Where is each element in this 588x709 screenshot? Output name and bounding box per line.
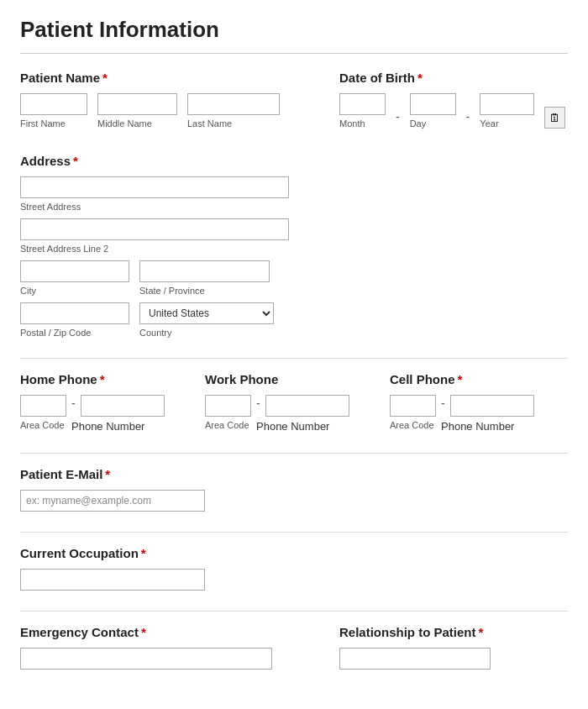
last-name-input[interactable] <box>187 93 280 115</box>
postal-input[interactable] <box>20 302 129 324</box>
dob-dash-2: - <box>466 110 470 129</box>
work-phone-dash: - <box>256 397 260 415</box>
year-input[interactable] <box>480 93 534 115</box>
relationship-input[interactable] <box>339 648 491 670</box>
home-area-label: Area Code <box>20 420 66 433</box>
cell-phone-dash: - <box>441 397 445 415</box>
first-name-label: First Name <box>20 118 87 129</box>
street-address2-label: Street Address Line 2 <box>20 244 568 254</box>
occupation-section-label: Current Occupation* <box>20 546 568 560</box>
calendar-button[interactable]: 🗓 <box>544 107 565 129</box>
last-name-label: Last Name <box>187 118 280 129</box>
email-input[interactable] <box>20 490 205 512</box>
email-section-label: Patient E-Mail* <box>20 467 568 481</box>
cell-number-input[interactable] <box>450 395 534 417</box>
state-label: State / Province <box>139 286 270 296</box>
country-select[interactable]: United States Canada Mexico Other <box>139 302 274 324</box>
month-input[interactable] <box>339 93 386 115</box>
city-label: City <box>20 286 129 296</box>
month-label: Month <box>339 118 386 129</box>
address-label: Address* <box>20 154 568 168</box>
day-input[interactable] <box>410 93 456 115</box>
state-input[interactable] <box>139 260 270 282</box>
work-number-label: Phone Number <box>256 420 329 433</box>
cell-number-label: Phone Number <box>441 420 514 433</box>
work-phone-label: Work Phone <box>205 372 365 386</box>
middle-name-input[interactable] <box>97 93 177 115</box>
middle-name-label: Middle Name <box>97 118 177 129</box>
street-address-input[interactable] <box>20 176 289 198</box>
page-title: Patient Information <box>20 17 568 43</box>
work-area-input[interactable] <box>205 395 251 417</box>
home-phone-dash: - <box>71 397 76 415</box>
emergency-contact-input[interactable] <box>20 648 272 670</box>
home-area-input[interactable] <box>20 395 66 417</box>
cell-area-input[interactable] <box>390 395 436 417</box>
dob-dash-1: - <box>396 110 400 129</box>
day-label: Day <box>410 118 456 129</box>
emergency-contact-label: Emergency Contact* <box>20 625 306 639</box>
cell-area-label: Area Code <box>390 420 436 433</box>
dob-label: Date of Birth* <box>339 71 568 85</box>
home-number-label: Phone Number <box>71 420 144 433</box>
postal-label: Postal / Zip Code <box>20 328 129 338</box>
cell-phone-label: Cell Phone* <box>390 372 549 386</box>
home-number-input[interactable] <box>81 395 165 417</box>
year-label: Year <box>480 118 534 129</box>
street-address-label: Street Address <box>20 202 568 212</box>
work-area-label: Area Code <box>205 420 251 433</box>
home-phone-label: Home Phone* <box>20 372 180 386</box>
relationship-label: Relationship to Patient* <box>339 625 568 639</box>
work-number-input[interactable] <box>265 395 349 417</box>
patient-name-label: Patient Name* <box>20 71 306 85</box>
occupation-input[interactable] <box>20 569 205 591</box>
country-label: Country <box>139 328 274 338</box>
first-name-input[interactable] <box>20 93 87 115</box>
city-input[interactable] <box>20 260 129 282</box>
street-address2-input[interactable] <box>20 218 289 240</box>
